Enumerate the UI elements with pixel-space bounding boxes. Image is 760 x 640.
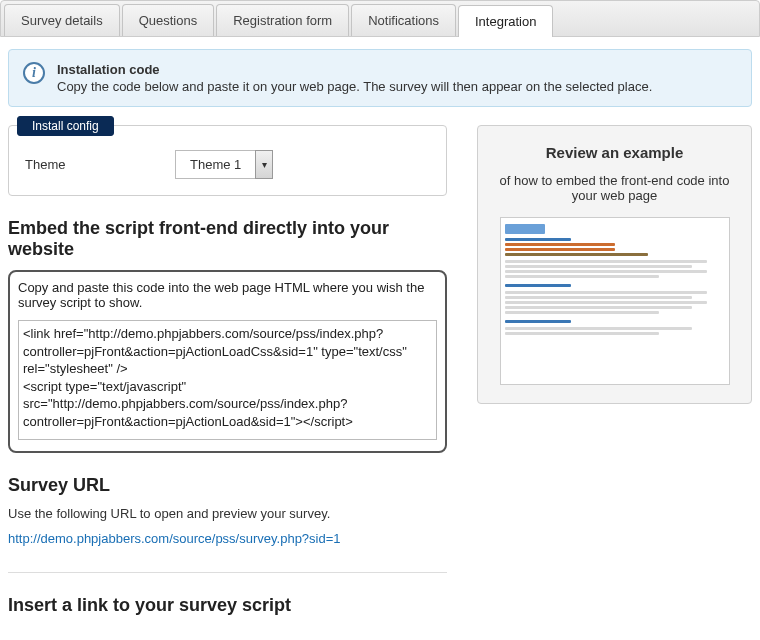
theme-select-value: Theme 1: [175, 150, 255, 179]
embed-heading: Embed the script front-end directly into…: [8, 218, 447, 260]
tab-content: i Installation code Copy the code below …: [0, 37, 760, 634]
tab-questions[interactable]: Questions: [122, 4, 215, 36]
example-title: Review an example: [492, 144, 737, 161]
embed-description: Copy and paste this code into the web pa…: [18, 280, 437, 310]
example-panel: Review an example of how to embed the fr…: [477, 125, 752, 404]
survey-url-heading: Survey URL: [8, 475, 447, 496]
theme-label: Theme: [25, 157, 155, 172]
survey-url-text: Use the following URL to open and previe…: [8, 506, 447, 521]
tab-bar: Survey details Questions Registration fo…: [0, 0, 760, 37]
info-title: Installation code: [57, 62, 652, 77]
tab-notifications[interactable]: Notifications: [351, 4, 456, 36]
embed-box: Copy and paste this code into the web pa…: [8, 270, 447, 453]
embed-code-textarea[interactable]: [18, 320, 437, 440]
theme-select[interactable]: Theme 1 ▾: [175, 150, 273, 179]
tab-registration-form[interactable]: Registration form: [216, 4, 349, 36]
info-icon: i: [23, 62, 45, 84]
install-config-legend: Install config: [17, 116, 114, 136]
example-thumbnail[interactable]: [500, 217, 730, 385]
survey-url-link[interactable]: http://demo.phpjabbers.com/source/pss/su…: [8, 531, 341, 546]
chevron-down-icon: ▾: [255, 150, 273, 179]
info-body: Installation code Copy the code below an…: [57, 62, 652, 94]
tab-survey-details[interactable]: Survey details: [4, 4, 120, 36]
divider: [8, 572, 447, 573]
install-config-panel: Install config Theme Theme 1 ▾: [8, 125, 447, 196]
info-box: i Installation code Copy the code below …: [8, 49, 752, 107]
info-text: Copy the code below and paste it on your…: [57, 79, 652, 94]
insert-link-heading: Insert a link to your survey script: [8, 595, 447, 616]
example-subtitle: of how to embed the front-end code into …: [492, 173, 737, 203]
tab-integration[interactable]: Integration: [458, 5, 553, 37]
